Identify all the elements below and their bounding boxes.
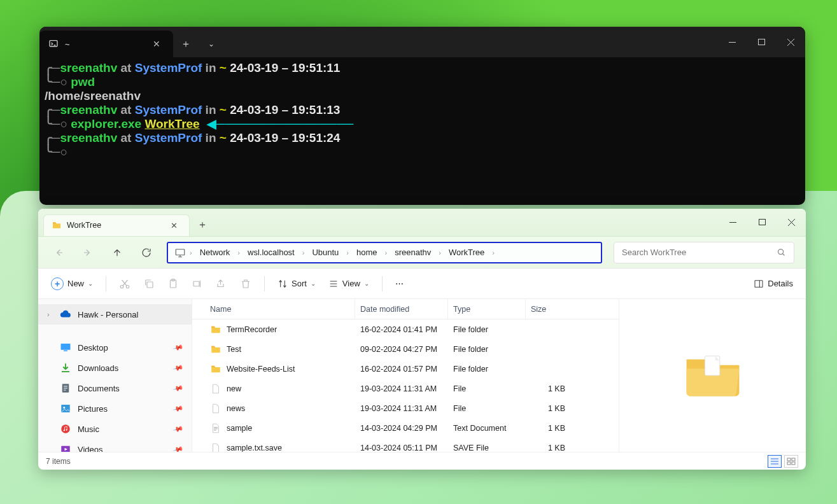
thumbnails-view-toggle[interactable] <box>784 455 798 468</box>
copy-button[interactable] <box>138 273 160 295</box>
file-name: news <box>227 404 245 413</box>
address-bar[interactable]: › Network›wsl.localhost›Ubuntu›home›sree… <box>167 242 602 263</box>
column-name[interactable]: Name <box>192 299 355 319</box>
more-button[interactable]: ⋯ <box>390 273 409 295</box>
minimize-button[interactable] <box>717 27 747 57</box>
sidebar-item-desktop[interactable]: Desktop📌 <box>38 337 192 358</box>
sidebar-item-label: Videos <box>78 445 103 452</box>
back-button[interactable] <box>50 244 67 262</box>
terminal-tab-dropdown[interactable]: ⌄ <box>199 32 224 56</box>
forward-button[interactable] <box>79 244 97 262</box>
doc-icon <box>60 382 71 394</box>
breadcrumb-home[interactable]: home <box>353 248 381 257</box>
sidebar-item-label: Documents <box>78 384 120 393</box>
file-date: 16-02-2024 01:41 PM <box>355 325 448 334</box>
file-row[interactable]: Test09-02-2024 04:27 PMFile folder <box>192 339 619 359</box>
svg-rect-23 <box>792 458 795 461</box>
sidebar-item-onedrive[interactable]: › Hawk - Personal <box>38 304 192 325</box>
file-type: File folder <box>448 325 526 334</box>
svg-rect-2 <box>759 220 765 225</box>
new-button[interactable]: + New ⌄ <box>46 273 98 295</box>
rename-button[interactable] <box>186 273 208 295</box>
search-input[interactable] <box>622 248 771 257</box>
search-box[interactable] <box>614 242 794 263</box>
sort-button[interactable]: Sort ⌄ <box>272 273 321 295</box>
close-button[interactable] <box>776 27 805 57</box>
terminal-title-bar: ~ ✕ ＋ ⌄ <box>39 27 805 57</box>
folder-icon <box>210 344 222 355</box>
delete-button[interactable] <box>235 273 257 295</box>
breadcrumb-ubuntu[interactable]: Ubuntu <box>308 248 342 257</box>
explorer-tab-bar: WorkTree ✕ ＋ <box>38 209 806 237</box>
file-type: File folder <box>448 365 526 374</box>
column-type[interactable]: Type <box>448 299 526 319</box>
sidebar-item-music[interactable]: Music📌 <box>38 419 192 439</box>
sidebar-item-documents[interactable]: Documents📌 <box>38 378 192 398</box>
terminal-tab[interactable]: ~ ✕ <box>39 31 173 57</box>
svg-rect-7 <box>147 282 153 288</box>
explorer-maximize-button[interactable] <box>747 209 777 237</box>
file-date: 09-02-2024 04:27 PM <box>355 345 448 354</box>
sidebar-item-label: Hawk - Personal <box>78 310 138 319</box>
file-size: 1 KB <box>526 384 574 393</box>
explorer-tab-close[interactable]: ✕ <box>167 220 181 232</box>
maximize-button[interactable] <box>747 27 776 57</box>
search-icon <box>777 248 786 257</box>
paste-button[interactable] <box>162 273 184 295</box>
breadcrumb-network[interactable]: Network <box>196 248 234 257</box>
pc-icon <box>174 247 186 258</box>
terminal-tab-close[interactable]: ✕ <box>149 36 164 52</box>
svg-rect-12 <box>61 344 71 350</box>
file-list[interactable]: ︿ Name Date modified Type Size TermRecor… <box>192 299 619 452</box>
view-label: View <box>342 279 360 288</box>
file-row[interactable]: news19-03-2024 11:31 AMFile1 KB <box>192 398 619 418</box>
pin-icon: 📌 <box>172 342 185 353</box>
video-icon <box>60 444 71 452</box>
explorer-close-button[interactable] <box>777 209 806 237</box>
sidebar-item-label: Downloads <box>78 363 118 373</box>
sidebar-item-label: Music <box>78 424 99 434</box>
details-view-toggle[interactable] <box>768 455 782 468</box>
terminal-content[interactable]: ╭─sreenathv at SystemProf in ~ 24-03-19 … <box>39 57 805 163</box>
breadcrumb-worktree[interactable]: WorkTree <box>445 248 488 257</box>
sidebar-item-pictures[interactable]: Pictures📌 <box>38 398 192 419</box>
sidebar-item-label: Pictures <box>78 404 108 414</box>
chevron-right-icon: › <box>385 249 388 256</box>
explorer-body: › Hawk - Personal Desktop📌Downloads📌Docu… <box>38 299 806 452</box>
column-size[interactable]: Size <box>526 299 574 319</box>
divider <box>106 276 106 291</box>
terminal-tab-title: ~ <box>65 39 143 49</box>
refresh-button[interactable] <box>137 244 155 262</box>
explorer-new-tab-button[interactable]: ＋ <box>190 214 215 236</box>
explorer-tab[interactable]: WorkTree ✕ <box>43 214 190 236</box>
cut-button[interactable] <box>114 273 136 295</box>
file-row[interactable]: sample14-03-2024 04:29 PMText Document1 … <box>192 418 619 438</box>
divider <box>264 276 265 291</box>
view-button[interactable]: View ⌄ <box>323 273 374 295</box>
navigation-pane[interactable]: › Hawk - Personal Desktop📌Downloads📌Docu… <box>38 299 192 452</box>
chevron-right-icon: › <box>190 249 192 256</box>
breadcrumb-sreenathv[interactable]: sreenathv <box>391 248 435 257</box>
explorer-tab-title: WorkTree <box>67 221 162 230</box>
file-row[interactable]: new19-03-2024 11:31 AMFile1 KB <box>192 379 619 398</box>
explorer-minimize-button[interactable] <box>718 209 747 237</box>
sidebar-item-label: Desktop <box>78 343 108 353</box>
up-button[interactable] <box>108 244 126 262</box>
file-size: 1 KB <box>526 404 574 413</box>
file-row[interactable]: TermRecorder16-02-2024 01:41 PMFile fold… <box>192 319 619 339</box>
file-row[interactable]: sample.txt.save14-03-2024 05:11 PMSAVE F… <box>192 438 619 452</box>
share-button[interactable] <box>211 273 232 295</box>
svg-point-18 <box>64 430 65 431</box>
sidebar-item-downloads[interactable]: Downloads📌 <box>38 358 192 378</box>
terminal-new-tab-button[interactable]: ＋ <box>173 32 199 56</box>
sidebar-item-videos[interactable]: Videos📌 <box>38 439 192 452</box>
pin-icon: 📌 <box>172 444 185 452</box>
file-row[interactable]: Website-Feeds-List16-02-2024 01:57 PMFil… <box>192 359 619 379</box>
chevron-right-icon: › <box>302 249 305 256</box>
column-date[interactable]: Date modified <box>355 299 448 319</box>
chevron-down-icon: ⌄ <box>364 280 369 287</box>
breadcrumb-wsl.localhost[interactable]: wsl.localhost <box>244 248 299 257</box>
svg-rect-11 <box>755 280 763 287</box>
details-button[interactable]: Details <box>749 273 798 295</box>
download-icon <box>60 362 71 374</box>
